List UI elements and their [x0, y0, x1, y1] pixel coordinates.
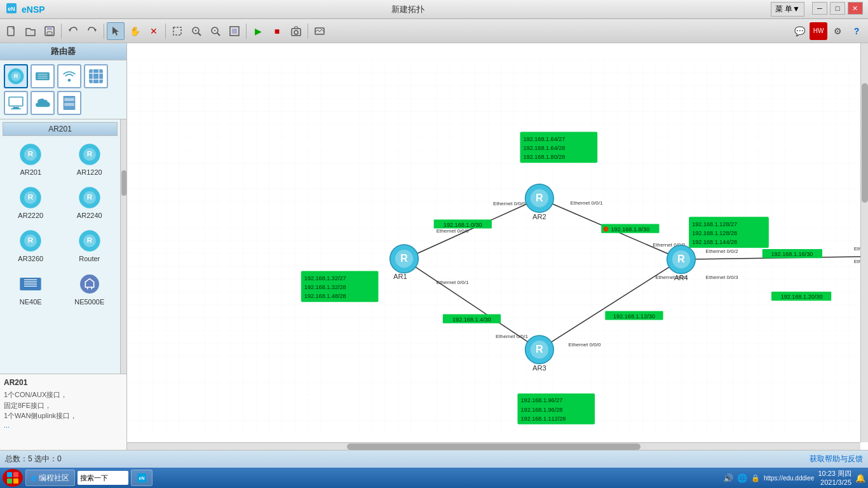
- menu-button[interactable]: 菜 单▼: [771, 2, 804, 17]
- router-ar1-label: AR1: [393, 273, 407, 280]
- topology-svg: Ethernet 0/0/0 Ethernet 0/0/0 192.168.1.…: [127, 43, 868, 450]
- select-tool-button[interactable]: [107, 22, 125, 40]
- scroll-thumb-h: [347, 444, 641, 450]
- save-file-button[interactable]: [41, 22, 58, 40]
- taskbar-security-icon[interactable]: 🔒: [751, 474, 760, 482]
- wireless-type-tab[interactable]: [57, 64, 81, 88]
- router-type-tab[interactable]: R: [4, 64, 28, 88]
- svg-text:R: R: [536, 343, 543, 355]
- fit-view-button[interactable]: [226, 22, 243, 40]
- svg-rect-5: [47, 32, 52, 35]
- huawei-logo-button[interactable]: HW: [810, 22, 827, 40]
- capture-button[interactable]: [287, 22, 305, 40]
- subnet-ar4-l3: 192.168.1.144/28: [692, 239, 737, 245]
- new-file-button[interactable]: [3, 22, 20, 40]
- router-ar2[interactable]: R: [526, 184, 554, 213]
- subnet-ar1-l3: 192.168.1.48/28: [304, 293, 346, 299]
- device-list: AR201 R AR201 R AR1220 R AR2220: [0, 119, 120, 374]
- canvas-scroll-horizontal[interactable]: [127, 442, 860, 450]
- router-ar3[interactable]: R: [526, 336, 554, 364]
- switch-type-tab[interactable]: [31, 64, 55, 88]
- title-bar: eN eNSP 新建拓扑 菜 单▼ ─ □ ✕: [0, 0, 868, 19]
- device-item-ar3260[interactable]: R AR3260: [3, 225, 59, 266]
- device-item-ne5000e[interactable]: NE5000E: [62, 268, 118, 309]
- help-feedback-link[interactable]: 获取帮助与反馈: [810, 454, 863, 464]
- taskbar-right: 🔊 🌐 🔒 https://edu.dddiee 10:23 周四 2021/3…: [723, 469, 865, 487]
- status-count: 总数：5 选中：0: [5, 454, 810, 464]
- ip-label-ar1-ar2: 192.168.1.0/30: [444, 222, 482, 228]
- canvas-scroll-vertical[interactable]: [860, 43, 868, 442]
- device-type-tabs: R: [0, 60, 126, 119]
- svg-line-10: [198, 33, 201, 36]
- svg-rect-6: [173, 27, 181, 35]
- svg-text:R: R: [400, 252, 408, 264]
- help-button[interactable]: ?: [848, 22, 865, 40]
- undo-button[interactable]: [64, 22, 82, 40]
- taskbar-url: https://edu.dddiee: [764, 475, 815, 482]
- settings-button[interactable]: ⚙: [829, 22, 846, 40]
- taskbar-search-input[interactable]: [78, 471, 128, 485]
- taskbar-audio-icon[interactable]: 🔊: [723, 473, 733, 483]
- firewall-type-tab[interactable]: [84, 64, 108, 88]
- svg-text:R: R: [28, 193, 34, 201]
- zoom-out-button[interactable]: [207, 22, 224, 40]
- subnet-ar4-l1: 192.168.1.128/27: [692, 221, 737, 227]
- minimize-button[interactable]: ─: [812, 2, 827, 15]
- device-panel: 路由器 R: [0, 43, 127, 450]
- titlebar-controls: 菜 单▼ ─ □ ✕: [771, 2, 863, 17]
- device-label: NE40E: [20, 298, 42, 306]
- sub-panel: AR201 R AR201 R AR1220 R AR2220: [0, 119, 126, 374]
- delete-button[interactable]: ✕: [145, 22, 163, 40]
- taskbar-network-icon[interactable]: 🌐: [737, 473, 747, 483]
- redo-button[interactable]: [83, 22, 101, 40]
- device-label: AR2240: [77, 212, 102, 219]
- subnet-ar4-l2: 192.168.1.128/28: [692, 230, 737, 236]
- taskbar-ensp-item[interactable]: eN: [131, 470, 153, 486]
- open-file-button[interactable]: [22, 22, 39, 40]
- info-more-link[interactable]: ...: [4, 421, 123, 429]
- zoom-in-button[interactable]: [187, 22, 205, 40]
- device-item-ar201[interactable]: R AR201: [3, 139, 59, 179]
- device-label: AR2220: [18, 212, 43, 219]
- screenshot-button[interactable]: [311, 22, 329, 40]
- move-tool-button[interactable]: ✋: [126, 22, 144, 40]
- subnet-ar2-l1: 192.168.1.64/27: [524, 136, 566, 142]
- window-title: 新建拓扑: [391, 4, 424, 15]
- svg-rect-27: [89, 69, 103, 83]
- device-item-ar2220[interactable]: R AR2220: [3, 182, 59, 222]
- pc-type-tab[interactable]: [4, 91, 28, 115]
- router-ar4[interactable]: R: [667, 245, 696, 274]
- device-item-ne40e[interactable]: NE40E: [3, 268, 59, 309]
- taskbar-browser-item[interactable]: e 编程社区: [25, 470, 75, 486]
- chat-button[interactable]: 💬: [790, 22, 808, 40]
- taskbar-notification-icon[interactable]: 🔔: [855, 473, 865, 483]
- date-display: 2021/3/25: [818, 478, 851, 487]
- topology-canvas[interactable]: Ethernet 0/0/0 Ethernet 0/0/0 192.168.1.…: [127, 43, 868, 450]
- server-type-tab[interactable]: [57, 91, 81, 115]
- toolbar-right: 💬 HW ⚙ ?: [790, 22, 865, 40]
- router-ar1[interactable]: R: [390, 245, 419, 273]
- iface-label-ar3-ar4-ar3: Ethernet 0/0/0: [569, 342, 601, 348]
- toolbar: ✋ ✕ ▶ ■ 💬 HW ⚙ ?: [0, 19, 868, 43]
- device-item-ar1220[interactable]: R AR1220: [62, 139, 118, 179]
- stop-all-button[interactable]: ■: [268, 22, 286, 40]
- area-select-button[interactable]: [168, 22, 186, 40]
- router-ar3-label: AR3: [532, 364, 546, 372]
- iface-label-ar4-ar5-ar4: Ethernet 0/0/2: [705, 248, 738, 254]
- device-item-ar2240[interactable]: R AR2240: [62, 182, 118, 222]
- subnet-ar3-l3: 192.168.1.112/28: [521, 416, 566, 422]
- start-all-button[interactable]: ▶: [249, 22, 267, 40]
- maximize-button[interactable]: □: [830, 2, 845, 15]
- scrollbar-vertical[interactable]: [120, 119, 126, 374]
- app-logo: eN: [5, 2, 18, 17]
- browser-icon: e: [31, 473, 36, 483]
- cloud-type-tab[interactable]: [31, 91, 55, 115]
- svg-point-17: [294, 30, 298, 34]
- svg-text:R: R: [87, 236, 93, 244]
- device-grid: R AR201 R AR1220 R AR2220 R AR2240: [3, 139, 118, 309]
- close-button[interactable]: ✕: [848, 2, 863, 15]
- svg-rect-36: [64, 98, 74, 101]
- svg-point-26: [68, 79, 71, 82]
- device-item-router[interactable]: R Router: [62, 225, 118, 266]
- start-button[interactable]: [3, 469, 23, 487]
